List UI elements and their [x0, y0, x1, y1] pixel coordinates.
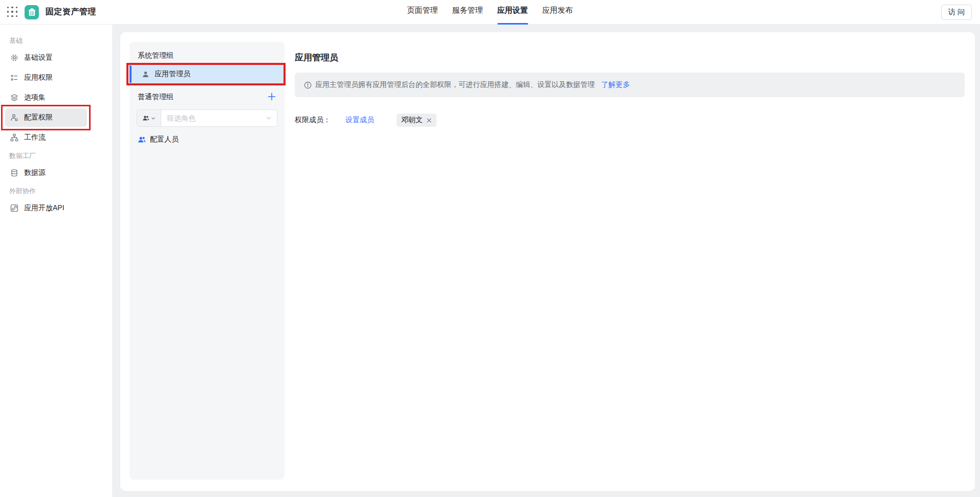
page-title: 应用管理员	[295, 53, 965, 63]
tab-app-publish[interactable]: 应用发布	[542, 0, 573, 25]
sidebar-section-basic: 基础	[9, 37, 103, 45]
system-group-label: 系统管理组	[138, 51, 276, 59]
sidebar-item-label: 基础设置	[24, 53, 53, 62]
learn-more-link[interactable]: 了解更多	[601, 80, 630, 89]
people-icon	[142, 115, 149, 122]
sidebar-item-label: 应用权限	[24, 73, 53, 82]
plus-icon	[268, 93, 276, 101]
sidebar-item-label: 配置权限	[24, 113, 53, 122]
config-staff-item[interactable]: 配置人员	[137, 135, 277, 144]
apps-grid-icon[interactable]	[7, 7, 18, 17]
visit-button[interactable]: 访 问	[941, 5, 972, 20]
settings-card: 系统管理组 应用管理员 普通管理组	[120, 32, 975, 491]
member-tag: 邓朝文	[397, 114, 437, 127]
sidebar-item-open-api[interactable]: 应用开放API	[5, 199, 87, 217]
sidebar-item-basic-settings[interactable]: 基础设置	[5, 49, 87, 67]
close-icon	[426, 118, 432, 123]
remove-member-button[interactable]	[426, 118, 432, 123]
gear-icon	[10, 54, 18, 62]
top-header: 固定资产管理 页面管理 服务管理 应用设置 应用发布 访 问	[0, 0, 980, 25]
layers-icon	[10, 94, 18, 102]
role-item-app-admin[interactable]: 应用管理员	[129, 65, 285, 83]
info-banner: 应用主管理员拥有应用管理后台的全部权限，可进行应用搭建、编辑、设置以及数据管理 …	[295, 73, 965, 97]
info-icon	[304, 81, 312, 89]
list-icon	[10, 74, 18, 82]
chevron-down-icon	[266, 115, 272, 121]
top-nav-tabs: 页面管理 服务管理 应用设置 应用发布	[407, 0, 573, 25]
role-detail-content: 应用管理员 应用主管理员拥有应用管理后台的全部权限，可进行应用搭建、编辑、设置以…	[285, 42, 965, 480]
annotation-box-role	[126, 63, 286, 85]
sidebar-item-label: 应用开放API	[24, 204, 64, 213]
chevron-down-icon	[151, 116, 156, 121]
sidebar-item-config-permissions[interactable]: 配置权限	[5, 108, 87, 127]
sidebar-item-label: 工作流	[24, 133, 46, 142]
members-row: 权限成员： 设置成员 邓朝文	[295, 114, 965, 127]
filter-caret[interactable]	[266, 110, 277, 126]
member-name: 邓朝文	[401, 116, 423, 125]
tab-page-management[interactable]: 页面管理	[407, 0, 438, 25]
database-icon	[10, 169, 18, 177]
app-logo-icon	[25, 5, 39, 19]
set-members-link[interactable]: 设置成员	[345, 116, 374, 125]
sidebar-section-data-factory: 数据工厂	[9, 152, 103, 160]
sidebar-item-label: 选项集	[24, 93, 46, 102]
tab-service-management[interactable]: 服务管理	[452, 0, 483, 25]
members-label: 权限成员：	[295, 116, 331, 125]
role-filter-input[interactable]	[161, 110, 266, 126]
tab-app-settings[interactable]: 应用设置	[497, 0, 528, 25]
main-area: 系统管理组 应用管理员 普通管理组	[112, 25, 980, 497]
app-title: 固定资产管理	[46, 7, 96, 17]
sidebar-item-workflow[interactable]: 工作流	[5, 128, 87, 147]
person-icon	[142, 71, 149, 78]
sidebar-section-external-collab: 外部协作	[9, 187, 103, 195]
open-api-icon	[10, 204, 18, 212]
sidebar-item-data-source[interactable]: 数据源	[5, 164, 87, 182]
sidebar-item-app-permissions[interactable]: 应用权限	[5, 69, 87, 87]
admin-group-panel: 系统管理组 应用管理员 普通管理组	[129, 42, 285, 480]
filter-type-dropdown[interactable]	[137, 110, 161, 126]
role-item-label: 应用管理员	[155, 70, 190, 79]
config-staff-label: 配置人员	[150, 135, 179, 144]
add-group-button[interactable]	[267, 92, 276, 101]
role-filter-control	[137, 109, 277, 127]
sidebar-item-option-sets[interactable]: 选项集	[5, 88, 87, 107]
normal-group-label: 普通管理组	[138, 93, 173, 101]
people-blue-icon	[138, 135, 146, 144]
workflow-icon	[10, 133, 18, 142]
info-banner-text: 应用主管理员拥有应用管理后台的全部权限，可进行应用搭建、编辑、设置以及数据管理	[315, 80, 595, 89]
sidebar-item-label: 数据源	[24, 168, 46, 177]
person-config-icon	[10, 114, 18, 122]
settings-sidebar: 基础 基础设置 应用权限 选项集	[0, 25, 112, 497]
